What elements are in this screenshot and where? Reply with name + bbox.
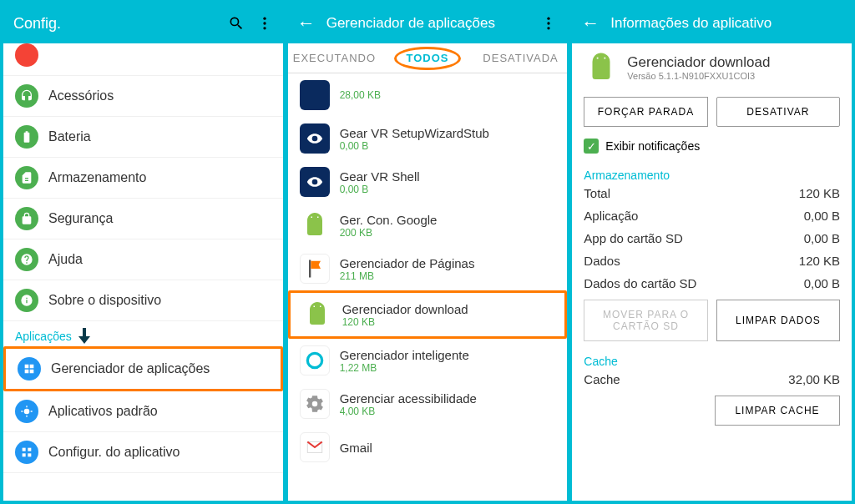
storage-row: Total120 KB bbox=[584, 182, 840, 204]
list-item-app-manager[interactable]: Gerenciador de aplicações bbox=[3, 346, 283, 391]
app-row[interactable]: Gear VR SetupWizardStub 0,00 B bbox=[288, 117, 568, 160]
gear-small-icon bbox=[300, 80, 330, 110]
clear-data-button[interactable]: LIMPAR DADOS bbox=[716, 300, 840, 341]
battery-icon bbox=[15, 125, 38, 149]
generic-icon bbox=[15, 43, 38, 67]
svg-point-8 bbox=[548, 18, 550, 20]
clear-cache-button[interactable]: LIMPAR CACHE bbox=[715, 396, 840, 426]
checkbox-checked-icon: ✓ bbox=[584, 139, 599, 154]
header: Config. bbox=[3, 3, 283, 43]
app-header: Gerenciador download Versão 5.1.1-N910FX… bbox=[584, 50, 840, 92]
app-row[interactable]: Gerenciador de Páginas 211 MB bbox=[288, 247, 568, 290]
list-item-default-apps[interactable]: Aplicativos padrão bbox=[3, 391, 283, 432]
ring-icon bbox=[300, 345, 330, 375]
more-icon[interactable] bbox=[540, 15, 557, 32]
list-item-about[interactable]: Sobre o dispositivo bbox=[3, 280, 283, 321]
android-icon bbox=[584, 50, 619, 85]
page-title: Config. bbox=[13, 15, 216, 33]
svg-point-9 bbox=[548, 22, 550, 24]
list-item-label: Configur. do aplicativo bbox=[48, 445, 180, 460]
list-item-label: Bateria bbox=[48, 129, 91, 144]
storage-row: App do cartão SD0,00 B bbox=[584, 227, 840, 249]
header: Informações do aplicativo bbox=[572, 3, 852, 43]
arrow-down-annotation bbox=[77, 328, 92, 345]
list-item-security[interactable]: Segurança bbox=[3, 199, 283, 239]
app-row[interactable]: Gear VR Shell 0,00 B bbox=[288, 160, 568, 204]
list-item-accessories[interactable]: Acessórios bbox=[3, 76, 283, 117]
app-row[interactable]: Ger. Con. Google 200 KB bbox=[288, 204, 568, 247]
eye-icon bbox=[300, 167, 330, 197]
list-item-label: Sobre o dispositivo bbox=[48, 293, 161, 308]
list-item-help[interactable]: Ajuda bbox=[3, 239, 283, 280]
app-name: Gerenciador inteligente bbox=[340, 348, 469, 362]
list-item-label: Gerenciador de aplicações bbox=[51, 361, 210, 376]
search-icon[interactable] bbox=[228, 15, 245, 32]
storage-row: Dados120 KB bbox=[584, 249, 840, 272]
more-icon[interactable] bbox=[256, 15, 273, 32]
cache-section-label: Cache bbox=[584, 346, 840, 368]
app-name: Gear VR Shell bbox=[340, 169, 420, 184]
app-name: Gerenciar acessibilidade bbox=[340, 391, 477, 406]
apps-icon bbox=[18, 357, 41, 381]
app-name: Gear VR SetupWizardStub bbox=[340, 126, 489, 140]
force-stop-button[interactable]: FORÇAR PARADA bbox=[584, 97, 707, 127]
list-item-storage[interactable]: Armazenamento bbox=[3, 158, 283, 199]
list-item-label: Armazenamento bbox=[48, 170, 146, 185]
headset-icon bbox=[15, 84, 38, 108]
settings-list: Acessórios Bateria Armazenamento Seguran… bbox=[3, 43, 283, 501]
settings-panel: Config. Acessórios Bateria Armazenamento… bbox=[3, 3, 283, 501]
app-name: Gmail bbox=[340, 441, 372, 455]
tabs: EXECUTANDO TODOS DESATIVADA bbox=[288, 43, 568, 73]
tab-all[interactable]: TODOS bbox=[381, 43, 474, 73]
app-size: 211 MB bbox=[340, 270, 475, 282]
app-size: 0,00 B bbox=[340, 140, 489, 152]
list-item[interactable] bbox=[3, 43, 283, 76]
eye-icon bbox=[300, 123, 330, 154]
storage-buttons: MOVER PARA O CARTÃO SD LIMPAR DADOS bbox=[584, 300, 840, 341]
list-item-label: Segurança bbox=[48, 211, 113, 226]
default-apps-icon bbox=[15, 400, 38, 423]
storage-section-label: Armazenamento bbox=[584, 160, 840, 182]
app-row[interactable]: Gmail bbox=[288, 426, 568, 469]
checkbox-label: Exibir notificações bbox=[605, 139, 700, 153]
app-info-body: Gerenciador download Versão 5.1.1-N910FX… bbox=[572, 43, 852, 431]
app-row[interactable]: Gerenciador inteligente 1,22 MB bbox=[288, 339, 568, 382]
app-config-icon bbox=[15, 441, 38, 464]
list-item-battery[interactable]: Bateria bbox=[3, 117, 283, 158]
app-name: Gerenciador download bbox=[342, 302, 468, 316]
header: Gerenciador de aplicações bbox=[288, 3, 568, 43]
disable-button[interactable]: DESATIVAR bbox=[716, 97, 840, 127]
app-name: Gerenciador download bbox=[627, 54, 770, 71]
svg-point-12 bbox=[307, 353, 321, 367]
svg-point-1 bbox=[263, 22, 266, 24]
info-icon bbox=[15, 289, 38, 312]
cache-row: Cache32,00 KB bbox=[584, 368, 840, 391]
tab-running[interactable]: EXECUTANDO bbox=[288, 43, 382, 73]
back-icon[interactable] bbox=[582, 15, 599, 32]
tab-disabled[interactable]: DESATIVADA bbox=[474, 43, 568, 73]
app-version: Versão 5.1.1-N910FXXU1COI3 bbox=[627, 71, 770, 81]
show-notifications-row[interactable]: ✓ Exibir notificações bbox=[584, 132, 840, 160]
app-info-panel: Informações do aplicativo Gerenciador do… bbox=[572, 3, 852, 501]
app-row[interactable]: 28,00 KB bbox=[288, 73, 568, 117]
android-icon bbox=[302, 300, 332, 330]
app-size: 120 KB bbox=[342, 316, 468, 328]
app-size: 0,00 B bbox=[340, 184, 420, 195]
app-size: 200 KB bbox=[340, 227, 438, 239]
help-icon bbox=[15, 248, 38, 271]
list-item-label: Aplicativos padrão bbox=[48, 404, 158, 419]
list-item-app-config[interactable]: Configur. do aplicativo bbox=[3, 432, 283, 473]
svg-rect-4 bbox=[23, 448, 26, 451]
page-title: Gerenciador de aplicações bbox=[326, 15, 529, 32]
cache-buttons: LIMPAR CACHE bbox=[584, 396, 840, 426]
list-item-label: Ajuda bbox=[48, 252, 83, 267]
app-row[interactable]: Gerenciar acessibilidade 4,00 KB bbox=[288, 382, 568, 426]
app-row-download-manager[interactable]: Gerenciador download 120 KB bbox=[288, 290, 568, 339]
app-size: 4,00 KB bbox=[340, 406, 477, 417]
app-manager-panel: Gerenciador de aplicações EXECUTANDO TOD… bbox=[288, 3, 568, 501]
storage-icon bbox=[15, 166, 38, 189]
svg-point-2 bbox=[263, 27, 266, 29]
svg-point-3 bbox=[24, 409, 30, 415]
back-icon[interactable] bbox=[298, 15, 315, 32]
app-size: 28,00 KB bbox=[340, 89, 381, 101]
